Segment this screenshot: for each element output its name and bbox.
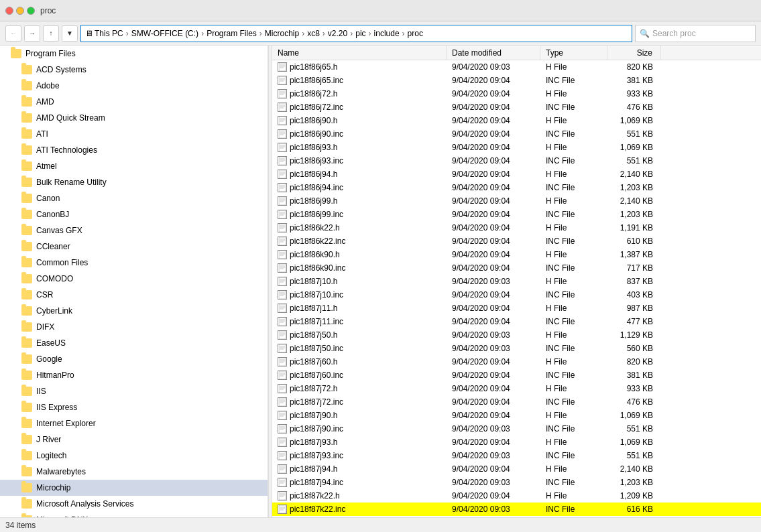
sidebar-item[interactable]: IIS (0, 383, 268, 399)
table-row[interactable]: pic18f87j72.h9/04/2020 09:04H File933 KB (272, 382, 761, 395)
sidebar-item[interactable]: AMD (0, 94, 268, 110)
table-row[interactable]: pic18f86k22.inc9/04/2020 09:04INC File61… (272, 235, 761, 248)
addr-include[interactable]: include (374, 29, 400, 38)
table-row[interactable]: pic18f87j90.inc9/04/2020 09:03INC File55… (272, 422, 761, 436)
sidebar-item[interactable]: Atmel (0, 158, 268, 174)
sidebar-item[interactable]: CanonBJ (0, 206, 268, 222)
sidebar-item[interactable]: Bulk Rename Utility (0, 174, 268, 190)
sidebar-item[interactable]: CyberLink (0, 303, 268, 319)
addr-program-files[interactable]: Program Files (207, 29, 257, 38)
sidebar-item[interactable]: CCleaner (0, 239, 268, 255)
table-row[interactable]: pic18f86j90.inc9/04/2020 09:04INC File55… (272, 127, 761, 141)
col-header-size[interactable]: Size (607, 46, 661, 60)
address-bar[interactable]: 🖥 This PC › SMW-OFFICE (C:) › Program Fi… (80, 25, 632, 42)
sidebar-item[interactable]: Microsoft DNX (0, 512, 268, 517)
table-row[interactable]: pic18f86j65.h9/04/2020 09:03H File820 KB (272, 60, 761, 74)
folder-icon (21, 322, 32, 332)
search-box[interactable]: 🔍 Search proc (635, 25, 756, 42)
col-header-type[interactable]: Type (540, 46, 607, 60)
table-row[interactable]: pic18f87j93.inc9/04/2020 09:03INC File55… (272, 449, 761, 462)
file-size-cell: 987 KB (607, 304, 661, 313)
sidebar-item[interactable]: Logitech (0, 448, 268, 464)
table-row[interactable]: pic18f87j10.inc9/04/2020 09:04INC File40… (272, 288, 761, 302)
sidebar-item[interactable]: Google (0, 351, 268, 367)
sidebar-item[interactable]: ACD Systems (0, 62, 268, 78)
sidebar-item[interactable]: J River (0, 431, 268, 448)
back-button[interactable]: ← (5, 25, 21, 42)
file-icon (278, 237, 287, 246)
table-row[interactable]: pic18f87j72.inc9/04/2020 09:04INC File47… (272, 395, 761, 409)
table-row[interactable]: pic18f87j11.inc9/04/2020 09:04INC File47… (272, 315, 761, 328)
up-button[interactable]: ↑ (43, 25, 59, 42)
sidebar-item[interactable]: DIFX (0, 319, 268, 335)
addr-this-pc[interactable]: 🖥 This PC (85, 29, 123, 38)
table-row[interactable]: pic18f86j90.h9/04/2020 09:04H File1,069 … (272, 114, 761, 127)
table-row[interactable]: pic18f87j60.h9/04/2020 09:04H File820 KB (272, 355, 761, 369)
table-row[interactable]: pic18f86k90.inc9/04/2020 09:04INC File71… (272, 261, 761, 275)
file-icon (278, 183, 287, 192)
sidebar-item[interactable]: ATI Technologies (0, 142, 268, 158)
table-row[interactable]: pic18f87j50.inc9/04/2020 09:03INC File56… (272, 342, 761, 355)
table-row[interactable]: pic18f86j94.inc9/04/2020 09:04INC File1,… (272, 181, 761, 194)
file-size-cell: 933 KB (607, 384, 661, 393)
recent-button[interactable]: ▼ (62, 25, 78, 42)
addr-xc8[interactable]: xc8 (307, 29, 320, 38)
sidebar-item[interactable]: IIS Express (0, 399, 268, 415)
sidebar-item[interactable]: Internet Explorer (0, 415, 268, 431)
sidebar: Program FilesACD SystemsAdobeAMDAMD Quic… (0, 46, 268, 517)
table-row[interactable]: pic18f87j60.inc9/04/2020 09:04INC File38… (272, 369, 761, 382)
maximize-btn[interactable] (27, 7, 35, 15)
table-row[interactable]: pic18f87j11.h9/04/2020 09:04H File987 KB (272, 302, 761, 315)
sidebar-item[interactable]: Canvas GFX (0, 222, 268, 239)
addr-v2[interactable]: v2.20 (328, 29, 347, 38)
table-row[interactable]: pic18f86j93.inc9/04/2020 09:04INC File55… (272, 154, 761, 168)
addr-proc[interactable]: proc (408, 29, 423, 38)
sidebar-item[interactable]: HitmanPro (0, 367, 268, 383)
addr-microchip[interactable]: Microchip (265, 29, 299, 38)
sidebar-item[interactable]: COMODO (0, 271, 268, 287)
table-row[interactable]: pic18f87j50.h9/04/2020 09:03H File1,129 … (272, 328, 761, 342)
table-row[interactable]: pic18f86j94.h9/04/2020 09:04H File2,140 … (272, 168, 761, 181)
table-row[interactable]: pic18f87j94.inc9/04/2020 09:03INC File1,… (272, 476, 761, 489)
sidebar-item[interactable]: ATI (0, 126, 268, 142)
sidebar-item[interactable]: Adobe (0, 78, 268, 94)
sidebar-item[interactable]: Canon (0, 190, 268, 206)
file-name: pic18f86k90.inc (290, 263, 345, 273)
table-row[interactable]: pic18f87k22.inc9/04/2020 09:03INC File61… (272, 503, 761, 516)
sidebar-item[interactable]: Microsoft Analysis Services (0, 496, 268, 512)
sidebar-item-label: HitmanPro (36, 371, 74, 380)
sidebar-item[interactable]: EaseUS (0, 335, 268, 351)
sidebar-item[interactable]: Common Files (0, 255, 268, 271)
sidebar-item[interactable]: Program Files (0, 46, 268, 62)
col-header-name[interactable]: Name (272, 46, 447, 60)
table-row[interactable]: pic18f87j93.h9/04/2020 09:04H File1,069 … (272, 436, 761, 449)
file-name-cell: pic18f86k22.h (272, 223, 447, 232)
table-row[interactable]: pic18f87j10.h9/04/2020 09:03H File837 KB (272, 275, 761, 288)
sidebar-item-label: CSR (36, 290, 53, 300)
file-size-cell: 551 KB (607, 424, 661, 434)
table-row[interactable]: pic18f86j65.inc9/04/2020 09:04INC File38… (272, 74, 761, 87)
close-btn[interactable] (5, 7, 13, 15)
table-row[interactable]: pic18f86j99.h9/04/2020 09:04H File2,140 … (272, 194, 761, 208)
addr-drive[interactable]: SMW-OFFICE (C:) (131, 29, 198, 38)
table-row[interactable]: pic18f86k90.h9/04/2020 09:04H File1,387 … (272, 248, 761, 261)
table-row[interactable]: pic18f86j72.inc9/04/2020 09:04INC File47… (272, 101, 761, 114)
sidebar-item[interactable]: Microchip (0, 480, 268, 496)
window-controls[interactable] (5, 7, 35, 15)
table-row[interactable]: pic18f87j94.h9/04/2020 09:04H File2,140 … (272, 462, 761, 476)
table-row[interactable]: pic18f87j90.h9/04/2020 09:04H File1,069 … (272, 409, 761, 422)
table-row[interactable]: pic18f86j72.h9/04/2020 09:04H File933 KB (272, 87, 761, 101)
table-row[interactable]: pic18f86k22.h9/04/2020 09:04H File1,191 … (272, 221, 761, 235)
sidebar-item[interactable]: CSR (0, 287, 268, 303)
col-header-date[interactable]: Date modified (447, 46, 540, 60)
table-row[interactable]: pic18f86j99.inc9/04/2020 09:04INC File1,… (272, 208, 761, 221)
addr-pic[interactable]: pic (355, 29, 365, 38)
sidebar-item[interactable]: AMD Quick Stream (0, 110, 268, 126)
forward-button[interactable]: → (24, 25, 40, 42)
folder-icon (21, 274, 32, 283)
minimize-btn[interactable] (16, 7, 24, 15)
sidebar-item[interactable]: Malwarebytes (0, 464, 268, 480)
table-row[interactable]: pic18f86j93.h9/04/2020 09:04H File1,069 … (272, 141, 761, 154)
file-name-cell: pic18f86j93.h (272, 143, 447, 152)
table-row[interactable]: pic18f87k22.h9/04/2020 09:04H File1,209 … (272, 489, 761, 503)
